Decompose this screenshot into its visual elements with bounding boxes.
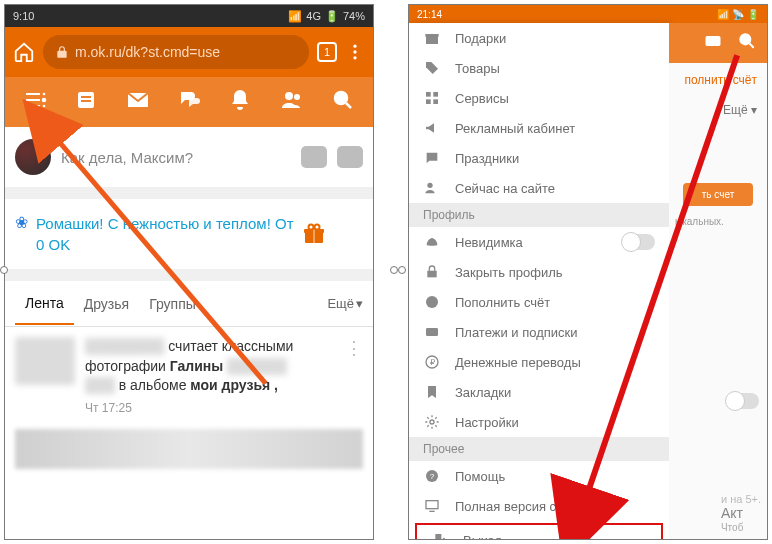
- hamburger-menu-button[interactable]: [23, 88, 47, 116]
- feed-icon[interactable]: [74, 88, 98, 116]
- feed-line3b: мои друзья ,: [190, 377, 278, 393]
- browser-menu-icon[interactable]: [345, 42, 365, 62]
- search-icon[interactable]: [737, 31, 757, 55]
- coin-icon: [423, 293, 441, 311]
- url-field[interactable]: m.ok.ru/dk?st.cmd=use: [43, 35, 309, 69]
- svg-rect-33: [426, 501, 438, 509]
- menu-label: Выход: [463, 533, 502, 540]
- battery-icon: 🔋: [325, 10, 339, 23]
- menu-label: Рекламный кабинет: [455, 121, 575, 136]
- menu-desktop[interactable]: Полная версия сайта: [409, 491, 669, 521]
- logout-icon: [431, 531, 449, 539]
- gift-icon[interactable]: [302, 222, 326, 246]
- svg-rect-23: [433, 99, 438, 104]
- topup-link[interactable]: полнить счёт: [669, 63, 767, 97]
- ok-top-nav-partial: [669, 23, 767, 63]
- footer-text: и на 5+. Акт Чтоб: [715, 487, 767, 539]
- notifications-icon[interactable]: [228, 88, 252, 116]
- discussions-icon[interactable]: [177, 88, 201, 116]
- promo-block[interactable]: ❀ Ромашки! С нежностью и теплом! От 0 OK: [5, 199, 373, 281]
- section-other: Прочее: [409, 437, 669, 461]
- friends-icon[interactable]: [280, 88, 304, 116]
- camera-icon[interactable]: [301, 146, 327, 168]
- menu-label: Закладки: [455, 385, 511, 400]
- tab-feed[interactable]: Лента: [15, 283, 74, 325]
- search-icon[interactable]: [331, 88, 355, 116]
- menu-payments[interactable]: Платежи и подписки: [409, 317, 669, 347]
- unknown-toggle[interactable]: [727, 393, 759, 409]
- svg-rect-27: [426, 328, 438, 336]
- section-profile: Профиль: [409, 203, 669, 227]
- people-icon: [423, 179, 441, 197]
- menu-ads[interactable]: Рекламный кабинет: [409, 113, 669, 143]
- ruble-icon: ₽: [423, 353, 441, 371]
- feed-time: Чт 17:25: [85, 400, 335, 417]
- tabs-more[interactable]: Ещё ▾: [327, 296, 363, 311]
- menu-label: Настройки: [455, 415, 519, 430]
- svg-rect-34: [706, 36, 721, 46]
- signal-icon: 📶: [288, 10, 302, 23]
- menu-label: Помощь: [455, 469, 505, 484]
- lock-icon: [423, 263, 441, 281]
- menu-label: Сервисы: [455, 91, 509, 106]
- svg-point-1: [353, 50, 356, 53]
- user-avatar[interactable]: [15, 139, 51, 175]
- svg-point-0: [353, 45, 356, 48]
- menu-holidays[interactable]: Праздники: [409, 143, 669, 173]
- android-status-bar: 21:14 📶 📡 🔋: [409, 5, 767, 23]
- note-text: ыкальных.: [669, 206, 767, 237]
- network-label: 4G: [306, 10, 321, 22]
- megaphone-icon: [423, 119, 441, 137]
- menu-label: Денежные переводы: [455, 355, 581, 370]
- menu-help[interactable]: ?Помощь: [409, 461, 669, 491]
- anchor-dot: [398, 266, 406, 274]
- anchor-dot: [0, 266, 8, 274]
- anchor-dot: [390, 266, 398, 274]
- feed-line1: считает классными: [168, 338, 293, 354]
- compose-row[interactable]: Как дела, Максим?: [5, 127, 373, 199]
- menu-services[interactable]: Сервисы: [409, 83, 669, 113]
- video-icon[interactable]: [337, 146, 363, 168]
- ok-top-nav: [5, 77, 373, 127]
- menu-goods[interactable]: Товары: [409, 53, 669, 83]
- menu-transfers[interactable]: ₽Денежные переводы: [409, 347, 669, 377]
- tab-friends[interactable]: Друзья: [74, 284, 139, 324]
- menu-settings[interactable]: Настройки: [409, 407, 669, 437]
- menu-logout[interactable]: Выход: [417, 525, 661, 539]
- wallet-icon[interactable]: [703, 31, 723, 55]
- svg-text:?: ?: [430, 472, 435, 481]
- feed-item[interactable]: ████████ считает классными фотографии Га…: [5, 327, 373, 479]
- chat-icon: [423, 149, 441, 167]
- svg-point-3: [42, 93, 45, 96]
- svg-point-9: [285, 92, 293, 100]
- status-icons: 📶 📡 🔋: [717, 9, 759, 20]
- menu-gifts[interactable]: Подарки: [409, 23, 669, 53]
- svg-point-5: [42, 105, 45, 108]
- svg-text:₽: ₽: [430, 358, 435, 367]
- menu-close-profile[interactable]: Закрыть профиль: [409, 257, 669, 287]
- menu-bookmarks[interactable]: Закладки: [409, 377, 669, 407]
- menu-label: Платежи и подписки: [455, 325, 578, 340]
- home-icon[interactable]: [13, 41, 35, 63]
- messages-icon[interactable]: [126, 88, 150, 116]
- blurred-surname: ██████: [227, 358, 287, 374]
- tab-count-button[interactable]: 1: [317, 42, 337, 62]
- menu-label: Закрыть профиль: [455, 265, 563, 280]
- tab-groups[interactable]: Группы: [139, 284, 206, 324]
- bookmark-icon: [423, 383, 441, 401]
- menu-invisible[interactable]: Невидимка: [409, 227, 669, 257]
- menu-label: Сейчас на сайте: [455, 181, 555, 196]
- svg-rect-19: [425, 34, 438, 37]
- menu-online[interactable]: Сейчас на сайте: [409, 173, 669, 203]
- more-label[interactable]: Ещё ▾: [669, 97, 767, 123]
- svg-point-10: [294, 94, 300, 100]
- invisible-toggle[interactable]: [623, 234, 655, 250]
- feed-line2a: фотографии: [85, 358, 170, 374]
- topup-button[interactable]: ть счет: [683, 183, 753, 206]
- android-status-bar: 9:10 📶 4G 🔋 74%: [5, 5, 373, 27]
- gear-icon: [423, 413, 441, 431]
- svg-rect-21: [433, 92, 438, 97]
- help-icon: ?: [423, 467, 441, 485]
- feed-item-menu[interactable]: ⋮: [345, 337, 363, 417]
- menu-topup[interactable]: Пополнить счёт: [409, 287, 669, 317]
